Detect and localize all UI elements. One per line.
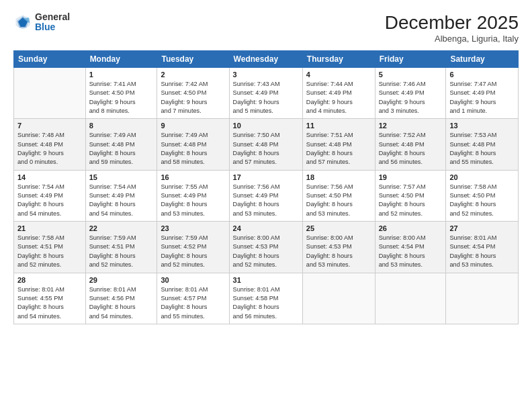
day-info: Sunrise: 7:54 AMSunset: 4:49 PMDaylight:…	[89, 183, 154, 218]
col-thursday: Thursday	[302, 51, 375, 68]
table-row: 26Sunrise: 8:00 AMSunset: 4:54 PMDayligh…	[375, 222, 446, 273]
day-info: Sunrise: 7:59 AMSunset: 4:52 PMDaylight:…	[161, 234, 225, 269]
day-info: Sunrise: 7:58 AMSunset: 4:50 PMDaylight:…	[449, 183, 515, 218]
day-number: 2	[161, 71, 225, 79]
logo: General Blue	[13, 12, 70, 33]
table-row: 3Sunrise: 7:43 AMSunset: 4:49 PMDaylight…	[229, 68, 302, 119]
day-info: Sunrise: 7:46 AMSunset: 4:49 PMDaylight:…	[379, 80, 443, 116]
table-row: 19Sunrise: 7:57 AMSunset: 4:50 PMDayligh…	[375, 170, 446, 221]
day-number: 22	[89, 224, 154, 232]
table-row: 25Sunrise: 8:00 AMSunset: 4:53 PMDayligh…	[302, 222, 375, 273]
page: General Blue December 2025 Albenga, Ligu…	[0, 0, 532, 411]
table-row: 17Sunrise: 7:56 AMSunset: 4:49 PMDayligh…	[229, 170, 302, 221]
day-number: 29	[89, 276, 154, 284]
calendar-week-row: 28Sunrise: 8:01 AMSunset: 4:55 PMDayligh…	[14, 273, 519, 324]
day-number: 6	[449, 71, 515, 79]
table-row: 12Sunrise: 7:52 AMSunset: 4:48 PMDayligh…	[375, 119, 446, 170]
table-row: 11Sunrise: 7:51 AMSunset: 4:48 PMDayligh…	[302, 119, 375, 170]
day-info: Sunrise: 7:59 AMSunset: 4:51 PMDaylight:…	[89, 234, 154, 269]
col-wednesday: Wednesday	[229, 51, 302, 68]
table-row: 18Sunrise: 7:56 AMSunset: 4:50 PMDayligh…	[302, 170, 375, 221]
day-info: Sunrise: 7:52 AMSunset: 4:48 PMDaylight:…	[379, 131, 443, 167]
day-info: Sunrise: 8:01 AMSunset: 4:57 PMDaylight:…	[161, 285, 225, 321]
day-info: Sunrise: 7:41 AMSunset: 4:50 PMDaylight:…	[89, 80, 154, 116]
location: Albenga, Liguria, Italy	[385, 34, 519, 44]
title-block: December 2025 Albenga, Liguria, Italy	[385, 12, 519, 44]
table-row: 8Sunrise: 7:49 AMSunset: 4:48 PMDaylight…	[85, 119, 157, 170]
day-number: 1	[89, 71, 154, 79]
day-number: 25	[306, 224, 371, 232]
day-number: 20	[449, 173, 515, 181]
day-info: Sunrise: 7:54 AMSunset: 4:49 PMDaylight:…	[17, 183, 82, 218]
table-row: 9Sunrise: 7:49 AMSunset: 4:48 PMDaylight…	[157, 119, 229, 170]
calendar-header-row: Sunday Monday Tuesday Wednesday Thursday…	[14, 51, 519, 68]
day-number: 26	[379, 224, 443, 232]
col-sunday: Sunday	[14, 51, 86, 68]
day-info: Sunrise: 7:55 AMSunset: 4:49 PMDaylight:…	[161, 183, 225, 218]
table-row: 28Sunrise: 8:01 AMSunset: 4:55 PMDayligh…	[14, 273, 86, 324]
day-info: Sunrise: 7:58 AMSunset: 4:51 PMDaylight:…	[17, 234, 82, 269]
day-number: 13	[449, 122, 515, 130]
day-number: 19	[379, 173, 443, 181]
day-info: Sunrise: 7:49 AMSunset: 4:48 PMDaylight:…	[161, 131, 225, 167]
day-info: Sunrise: 8:00 AMSunset: 4:53 PMDaylight:…	[233, 234, 299, 269]
calendar-week-row: 21Sunrise: 7:58 AMSunset: 4:51 PMDayligh…	[14, 222, 519, 273]
table-row: 4Sunrise: 7:44 AMSunset: 4:49 PMDaylight…	[302, 68, 375, 119]
day-number: 10	[233, 122, 299, 130]
table-row: 20Sunrise: 7:58 AMSunset: 4:50 PMDayligh…	[446, 170, 519, 221]
day-number: 8	[89, 122, 154, 130]
table-row: 27Sunrise: 8:01 AMSunset: 4:54 PMDayligh…	[446, 222, 519, 273]
day-number: 16	[161, 173, 225, 181]
table-row: 10Sunrise: 7:50 AMSunset: 4:48 PMDayligh…	[229, 119, 302, 170]
table-row: 24Sunrise: 8:00 AMSunset: 4:53 PMDayligh…	[229, 222, 302, 273]
calendar-week-row: 1Sunrise: 7:41 AMSunset: 4:50 PMDaylight…	[14, 68, 519, 119]
table-row: 5Sunrise: 7:46 AMSunset: 4:49 PMDaylight…	[375, 68, 446, 119]
calendar-table: Sunday Monday Tuesday Wednesday Thursday…	[13, 50, 519, 324]
day-number: 18	[306, 173, 371, 181]
day-info: Sunrise: 7:51 AMSunset: 4:48 PMDaylight:…	[306, 131, 371, 167]
table-row: 21Sunrise: 7:58 AMSunset: 4:51 PMDayligh…	[14, 222, 86, 273]
day-info: Sunrise: 7:43 AMSunset: 4:49 PMDaylight:…	[233, 80, 299, 116]
table-row: 2Sunrise: 7:42 AMSunset: 4:50 PMDaylight…	[157, 68, 229, 119]
day-number: 11	[306, 122, 371, 130]
table-row: 6Sunrise: 7:47 AMSunset: 4:49 PMDaylight…	[446, 68, 519, 119]
table-row: 15Sunrise: 7:54 AMSunset: 4:49 PMDayligh…	[85, 170, 157, 221]
col-monday: Monday	[85, 51, 157, 68]
col-friday: Friday	[375, 51, 446, 68]
day-number: 21	[17, 224, 82, 232]
logo-general: General	[35, 12, 70, 22]
logo-icon	[13, 13, 32, 32]
day-number: 15	[89, 173, 154, 181]
day-number: 24	[233, 224, 299, 232]
table-row: 13Sunrise: 7:53 AMSunset: 4:48 PMDayligh…	[446, 119, 519, 170]
table-row: 7Sunrise: 7:48 AMSunset: 4:48 PMDaylight…	[14, 119, 86, 170]
day-number: 4	[306, 71, 371, 79]
table-row: 23Sunrise: 7:59 AMSunset: 4:52 PMDayligh…	[157, 222, 229, 273]
header: General Blue December 2025 Albenga, Ligu…	[13, 12, 519, 44]
table-row	[446, 273, 519, 324]
table-row: 29Sunrise: 8:01 AMSunset: 4:56 PMDayligh…	[85, 273, 157, 324]
day-info: Sunrise: 8:01 AMSunset: 4:55 PMDaylight:…	[17, 285, 82, 321]
day-info: Sunrise: 7:56 AMSunset: 4:49 PMDaylight:…	[233, 183, 299, 218]
logo-text: General Blue	[35, 12, 70, 33]
day-info: Sunrise: 7:49 AMSunset: 4:48 PMDaylight:…	[89, 131, 154, 167]
calendar-week-row: 7Sunrise: 7:48 AMSunset: 4:48 PMDaylight…	[14, 119, 519, 170]
day-info: Sunrise: 7:53 AMSunset: 4:48 PMDaylight:…	[449, 131, 515, 167]
table-row: 30Sunrise: 8:01 AMSunset: 4:57 PMDayligh…	[157, 273, 229, 324]
month-title: December 2025	[385, 12, 519, 34]
day-number: 23	[161, 224, 225, 232]
table-row: 31Sunrise: 8:01 AMSunset: 4:58 PMDayligh…	[229, 273, 302, 324]
day-number: 3	[233, 71, 299, 79]
col-tuesday: Tuesday	[157, 51, 229, 68]
day-info: Sunrise: 8:00 AMSunset: 4:54 PMDaylight:…	[379, 234, 443, 269]
day-info: Sunrise: 7:44 AMSunset: 4:49 PMDaylight:…	[306, 80, 371, 116]
table-row	[302, 273, 375, 324]
day-info: Sunrise: 7:47 AMSunset: 4:49 PMDaylight:…	[449, 80, 515, 116]
day-info: Sunrise: 8:00 AMSunset: 4:53 PMDaylight:…	[306, 234, 371, 269]
day-number: 5	[379, 71, 443, 79]
day-number: 12	[379, 122, 443, 130]
calendar-week-row: 14Sunrise: 7:54 AMSunset: 4:49 PMDayligh…	[14, 170, 519, 221]
day-info: Sunrise: 8:01 AMSunset: 4:58 PMDaylight:…	[233, 285, 299, 321]
table-row: 22Sunrise: 7:59 AMSunset: 4:51 PMDayligh…	[85, 222, 157, 273]
table-row: 16Sunrise: 7:55 AMSunset: 4:49 PMDayligh…	[157, 170, 229, 221]
